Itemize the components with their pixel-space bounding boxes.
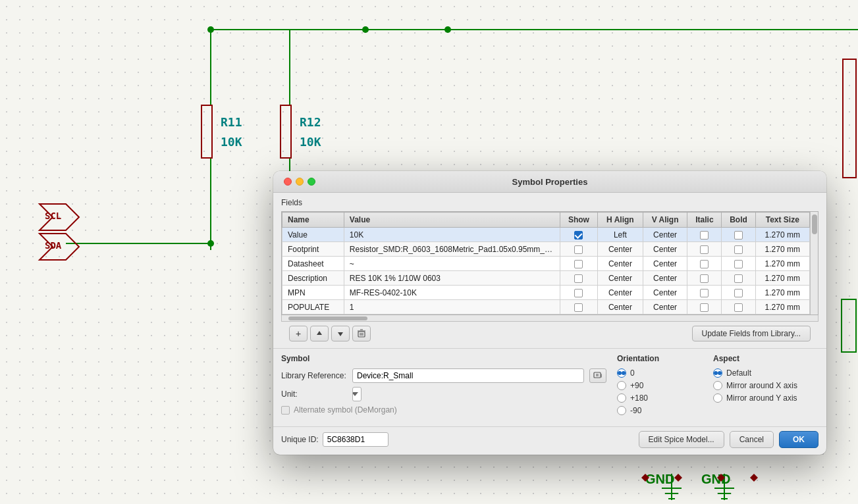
library-reference-label: Library Reference:: [281, 371, 347, 380]
alt-symbol-label: Alternate symbol (DeMorgan): [294, 405, 397, 415]
cell-show[interactable]: [560, 257, 597, 271]
cell-value[interactable]: ~: [344, 257, 560, 271]
scrollbar[interactable]: [810, 212, 818, 315]
table-row[interactable]: Value 10K Left Center 1.270 mm: [282, 228, 810, 242]
bold-checkbox[interactable]: [734, 231, 743, 239]
r11-val-label: 10K: [221, 135, 242, 149]
update-fields-button[interactable]: Update Fields from Library...: [692, 326, 811, 341]
unit-select[interactable]: [352, 387, 362, 401]
alt-symbol-checkbox[interactable]: [281, 406, 290, 415]
bold-checkbox[interactable]: [734, 245, 743, 254]
orientation-neg90-radio[interactable]: [617, 406, 626, 415]
italic-checkbox[interactable]: [700, 274, 709, 283]
scroll-thumb[interactable]: [812, 214, 817, 234]
table-row[interactable]: POPULATE 1 Center Center 1.270 mm: [282, 300, 810, 315]
move-up-button[interactable]: [310, 326, 329, 341]
italic-checkbox[interactable]: [700, 231, 709, 239]
horizontal-scrollbar[interactable]: [281, 315, 818, 322]
show-checkbox[interactable]: [574, 245, 583, 254]
cell-value[interactable]: RES 10K 1% 1/10W 0603: [344, 271, 560, 286]
dialog-title: Symbol Properties: [512, 177, 588, 187]
close-button[interactable]: [284, 178, 292, 186]
ok-button[interactable]: OK: [779, 431, 818, 448]
edit-spice-model-button[interactable]: Edit Spice Model...: [639, 431, 724, 448]
cell-v-align: Center: [643, 286, 687, 300]
dialog-titlebar: Symbol Properties: [273, 171, 826, 193]
symbol-subsection: Symbol Library Reference: Unit:: [281, 354, 606, 418]
cell-h-align: Center: [598, 286, 643, 300]
cell-text-size: 1.270 mm: [755, 257, 809, 271]
bold-checkbox[interactable]: [734, 289, 743, 297]
cell-value[interactable]: Resistor_SMD:R_0603_1608Metric_Pad1.05x0…: [344, 242, 560, 257]
italic-checkbox[interactable]: [700, 260, 709, 268]
show-checkbox[interactable]: [574, 274, 583, 283]
italic-checkbox[interactable]: [700, 303, 709, 312]
cell-show[interactable]: [560, 286, 597, 300]
aspect-mirror-y-radio[interactable]: [713, 393, 722, 403]
cell-v-align: Center: [643, 300, 687, 315]
col-italic: Italic: [687, 213, 722, 228]
cell-v-align: Center: [643, 271, 687, 286]
cell-h-align: Center: [598, 257, 643, 271]
cell-italic[interactable]: [687, 300, 722, 315]
bold-checkbox[interactable]: [734, 303, 743, 312]
fields-section: Fields Name Value Show H Align V Align I…: [273, 193, 826, 348]
cell-name: POPULATE: [282, 300, 344, 315]
cell-bold[interactable]: [722, 257, 755, 271]
r11-ref-label: R11: [221, 115, 242, 129]
cell-bold[interactable]: [722, 228, 755, 242]
aspect-mirror-y-label: Mirror around Y axis: [726, 393, 797, 403]
orientation-180-radio[interactable]: [617, 393, 626, 403]
orientation-180-label: +180: [630, 393, 648, 403]
cell-show[interactable]: [560, 300, 597, 315]
cell-name: Value: [282, 228, 344, 242]
cell-bold[interactable]: [722, 242, 755, 257]
traffic-lights: [284, 178, 315, 186]
show-checkbox[interactable]: [574, 260, 583, 268]
add-row-button[interactable]: +: [289, 326, 308, 341]
cell-value[interactable]: MF-RES-0402-10K: [344, 286, 560, 300]
col-name: Name: [282, 213, 344, 228]
cell-italic[interactable]: [687, 242, 722, 257]
cell-text-size: 1.270 mm: [755, 300, 809, 315]
cell-h-align: Center: [598, 271, 643, 286]
fields-table-container: Name Value Show H Align V Align Italic B…: [281, 211, 818, 315]
cell-value[interactable]: 1: [344, 300, 560, 315]
h-scroll-thumb[interactable]: [288, 316, 367, 320]
move-down-button[interactable]: [331, 326, 350, 341]
cell-bold[interactable]: [722, 271, 755, 286]
show-checkbox[interactable]: [574, 303, 583, 312]
browse-library-button[interactable]: [589, 368, 606, 383]
cell-show[interactable]: [560, 228, 597, 242]
table-row[interactable]: Datasheet ~ Center Center 1.270 mm: [282, 257, 810, 271]
cell-italic[interactable]: [687, 228, 722, 242]
show-checkbox[interactable]: [574, 231, 583, 239]
italic-checkbox[interactable]: [700, 289, 709, 297]
italic-checkbox[interactable]: [700, 245, 709, 254]
aspect-mirror-x-radio[interactable]: [713, 381, 722, 390]
library-reference-input[interactable]: [352, 368, 584, 383]
orientation-0-radio[interactable]: [617, 368, 626, 378]
table-row[interactable]: Footprint Resistor_SMD:R_0603_1608Metric…: [282, 242, 810, 257]
orientation-0-label: 0: [630, 368, 635, 378]
bold-checkbox[interactable]: [734, 260, 743, 268]
cell-italic[interactable]: [687, 257, 722, 271]
aspect-default-radio[interactable]: [713, 368, 722, 378]
cell-show[interactable]: [560, 242, 597, 257]
cell-bold[interactable]: [722, 300, 755, 315]
cell-show[interactable]: [560, 271, 597, 286]
minimize-button[interactable]: [296, 178, 304, 186]
orientation-90-radio[interactable]: [617, 381, 626, 390]
bold-checkbox[interactable]: [734, 274, 743, 283]
table-row[interactable]: MPN MF-RES-0402-10K Center Center 1.270 …: [282, 286, 810, 300]
cell-italic[interactable]: [687, 271, 722, 286]
table-row[interactable]: Description RES 10K 1% 1/10W 0603 Center…: [282, 271, 810, 286]
maximize-button[interactable]: [308, 178, 315, 186]
unique-id-input[interactable]: [323, 432, 389, 447]
cell-value[interactable]: 10K: [344, 228, 560, 242]
cell-italic[interactable]: [687, 286, 722, 300]
delete-row-button[interactable]: [352, 326, 371, 341]
show-checkbox[interactable]: [574, 289, 583, 297]
cell-bold[interactable]: [722, 286, 755, 300]
cancel-button[interactable]: Cancel: [730, 431, 774, 448]
